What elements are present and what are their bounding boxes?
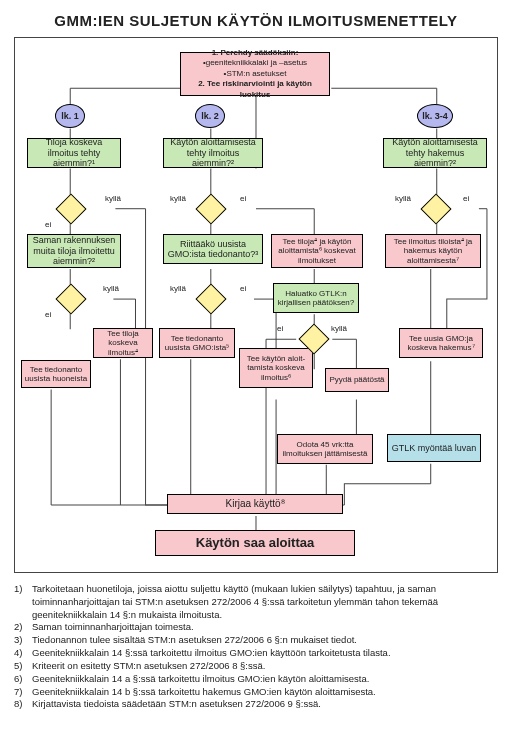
edge-ei: ei bbox=[240, 194, 246, 203]
c3-d1 bbox=[420, 193, 451, 224]
c2-t3: Tee tiloja⁴ ja käytön aloittamista⁶ kosk… bbox=[271, 234, 363, 268]
class-1-circle: lk. 1 bbox=[55, 104, 85, 128]
edge-kylla: kyllä bbox=[331, 324, 347, 333]
edge-kylla: kyllä bbox=[103, 284, 119, 293]
node-final: Käytön saa aloittaa bbox=[155, 530, 355, 556]
c2-d1 bbox=[195, 193, 226, 224]
c3-t2: Tee uusia GMO:ja koskeva hakemus⁷ bbox=[399, 328, 483, 358]
edge-kylla: kyllä bbox=[170, 194, 186, 203]
c1-d2 bbox=[55, 283, 86, 314]
c3-t1: Tee ilmoitus tiloista⁴ ja hakemus käytön… bbox=[385, 234, 481, 268]
class-2-circle: lk. 2 bbox=[195, 104, 225, 128]
edge-ei: ei bbox=[277, 324, 283, 333]
c2-q2: Riittääkö uusista GMO:ista tiedonanto?³ bbox=[163, 234, 263, 264]
flowchart: 1. Perehdy säädöksiin:•geenitekniikkalak… bbox=[14, 37, 498, 573]
edge-kylla: kyllä bbox=[105, 194, 121, 203]
node-start: 1. Perehdy säädöksiin:•geenitekniikkalak… bbox=[180, 52, 330, 96]
page-title: GMM:IEN SULJETUN KÄYTÖN ILMOITUSMENETTEL… bbox=[14, 12, 498, 29]
node-record: Kirjaa käyttö⁸ bbox=[167, 494, 343, 514]
edge-kylla: kyllä bbox=[395, 194, 411, 203]
c2-d2 bbox=[195, 283, 226, 314]
c1-q1: Tiloja koskeva ilmoitus tehty aiemmin?¹ bbox=[27, 138, 121, 168]
c2-t2: Tee käytön aloit- tamista koskeva ilmoit… bbox=[239, 348, 313, 388]
edge-kylla: kyllä bbox=[170, 284, 186, 293]
c3-q1: Käytön aloittamisesta tehty hakemus aiem… bbox=[383, 138, 487, 168]
c1-t1: Tee tiloja koskeva ilmoitus⁴ bbox=[93, 328, 153, 358]
class-34-circle: lk. 3-4 bbox=[417, 104, 453, 128]
edge-ei: ei bbox=[45, 220, 51, 229]
c2-t5: Odota 45 vrk:tta ilmoituksen jättämisest… bbox=[277, 434, 373, 464]
c1-t2: Tee tiedonanto uusista huoneista bbox=[21, 360, 91, 388]
c2-t4: Pyydä päätöstä bbox=[325, 368, 389, 392]
footnotes: 1)Tarkoitetaan huonetiloja, joissa aiott… bbox=[14, 583, 498, 711]
c1-d1 bbox=[55, 193, 86, 224]
c1-q2: Saman rakennuksen muita tiloja ilmoitett… bbox=[27, 234, 121, 268]
c3-t3: GTLK myöntää luvan bbox=[387, 434, 481, 462]
edge-ei: ei bbox=[463, 194, 469, 203]
c2-t1: Tee tiedonanto uusista GMO:ista⁵ bbox=[159, 328, 235, 358]
c2-q1: Käytön aloittamisesta tehty ilmoitus aie… bbox=[163, 138, 263, 168]
edge-ei: ei bbox=[45, 310, 51, 319]
c2-q3: Haluatko GTLK:n kirjallisen päätöksen? bbox=[273, 283, 359, 313]
edge-ei: ei bbox=[240, 284, 246, 293]
